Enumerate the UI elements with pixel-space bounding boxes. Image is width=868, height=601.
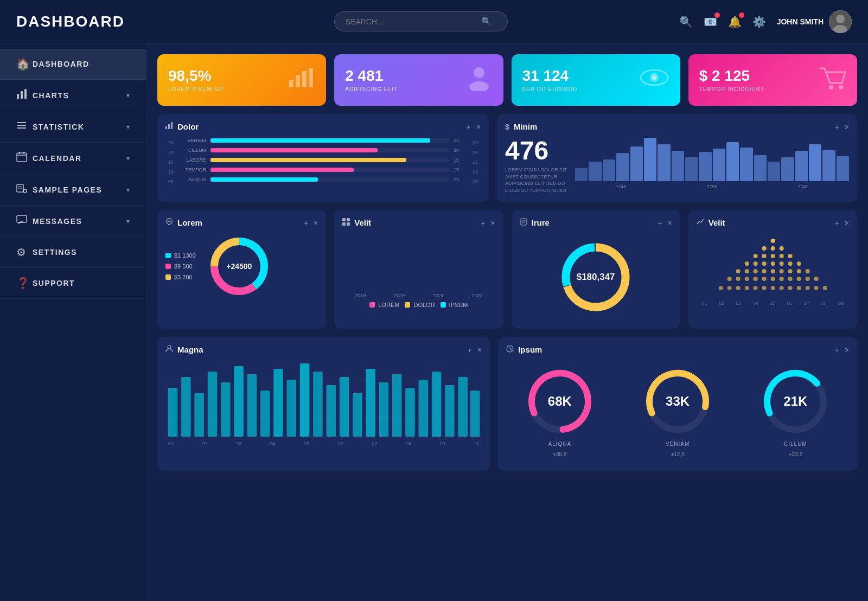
header-search: 🔍 — [163, 11, 679, 31]
support-icon: ❓ — [16, 277, 33, 290]
dollar-icon: $ — [505, 123, 509, 131]
svg-rect-111 — [260, 391, 270, 437]
add-button-irure[interactable]: + — [658, 219, 662, 227]
sidebar-item-support[interactable]: ❓ Support — [0, 268, 146, 299]
sidebar-label-calendar: Calendar — [33, 154, 126, 163]
top-charts-row: Dolor + × 2520151005 VENIAM — [157, 114, 857, 202]
close-button-ipsum[interactable]: × — [845, 346, 849, 354]
svg-point-76 — [736, 277, 740, 281]
add-button-dolor[interactable]: + — [467, 123, 471, 131]
sidebar-label-messages: Messages — [33, 217, 126, 226]
lorem-chart-actions: + × — [304, 219, 318, 227]
sidebar-item-dashboard[interactable]: 🏠 Dashboard — [0, 49, 146, 80]
close-button-magna[interactable]: × — [477, 346, 482, 354]
svg-point-26 — [652, 75, 656, 80]
svg-point-84 — [805, 277, 809, 281]
close-button-lorem[interactable]: × — [314, 219, 318, 227]
chat-icon — [165, 218, 173, 227]
sidebar-item-sample-pages[interactable]: Sample Pages ▾ — [0, 174, 146, 206]
add-button-velit-dot[interactable]: + — [835, 219, 839, 227]
svg-point-34 — [169, 221, 170, 222]
user-info[interactable]: JOHN SMITH — [777, 10, 852, 33]
svg-point-93 — [779, 286, 783, 290]
svg-point-89 — [744, 286, 749, 290]
svg-rect-110 — [247, 374, 257, 437]
add-button-lorem[interactable]: + — [304, 219, 308, 227]
bottom-charts-row: Magna + × — [157, 337, 857, 471]
svg-point-77 — [744, 277, 749, 281]
stat-card-views: 31 124 SED DO EIUSMOD — [512, 54, 680, 106]
velit-bar-chart-actions: + × — [481, 219, 495, 227]
home-icon: 🏠 — [16, 57, 33, 71]
search-box[interactable]: 🔍 — [334, 11, 508, 31]
svg-point-60 — [753, 261, 757, 266]
magna-chart-card: Magna + × — [157, 337, 490, 471]
sidebar-label-dashboard: Dashboard — [33, 60, 130, 68]
gauge-change-veniam: +12,5 — [671, 451, 684, 457]
svg-point-57 — [779, 254, 783, 258]
svg-point-87 — [727, 286, 731, 290]
sidebar-item-calendar[interactable]: Calendar ▾ — [0, 143, 146, 174]
logo: DASHBOARD — [16, 13, 163, 30]
svg-point-35 — [170, 221, 171, 222]
svg-point-56 — [770, 254, 775, 258]
svg-point-73 — [796, 269, 801, 273]
svg-point-50 — [770, 239, 775, 243]
lorem-donut-svg: +24500 — [207, 234, 272, 299]
svg-point-66 — [736, 269, 740, 273]
svg-point-22 — [474, 67, 484, 78]
mail-icon[interactable]: 📧 — [704, 15, 717, 28]
svg-point-80 — [770, 277, 775, 281]
search-icon[interactable]: 🔍 — [481, 16, 492, 27]
sidebar: 🏠 Dashboard Charts ▾ Stat — [0, 43, 146, 601]
velit-bar-title: Velit — [342, 218, 371, 227]
search-input[interactable] — [346, 17, 481, 26]
sidebar-label-settings: Settings — [33, 248, 130, 257]
svg-rect-41 — [342, 222, 346, 226]
gauge-veniam: 33K VENIAM +12,5 — [642, 366, 713, 457]
close-button-velit[interactable]: × — [490, 219, 495, 227]
stat-icon-user — [465, 64, 493, 96]
svg-point-27 — [829, 85, 833, 89]
add-button-ipsum[interactable]: + — [835, 346, 839, 354]
irure-center-value: $180,347 — [577, 272, 615, 283]
sidebar-item-charts[interactable]: Charts ▾ — [0, 80, 146, 111]
close-button-dolor[interactable]: × — [476, 123, 481, 131]
add-button-magna[interactable]: + — [468, 346, 472, 354]
svg-rect-127 — [470, 391, 480, 437]
minim-wave-bars — [575, 138, 849, 181]
svg-point-75 — [727, 277, 731, 281]
stat-value-3: 31 124 — [522, 68, 578, 84]
sidebar-item-messages[interactable]: Messages ▾ — [0, 206, 146, 237]
svg-rect-125 — [445, 385, 454, 437]
add-button-minim[interactable]: + — [835, 123, 839, 131]
svg-rect-113 — [287, 380, 296, 437]
svg-rect-120 — [379, 382, 388, 437]
sidebar-item-statistick[interactable]: Statistick ▾ — [0, 111, 146, 143]
sidebar-item-settings[interactable]: ⚙ Settings — [0, 237, 146, 268]
close-button-minim[interactable]: × — [845, 123, 849, 131]
close-button-irure[interactable]: × — [668, 219, 672, 227]
settings-icon[interactable]: ⚙️ — [752, 15, 766, 28]
gauge-label-aliqua: ALIQUA — [548, 441, 571, 447]
svg-point-14 — [23, 189, 27, 193]
gauge-change-cillum: +23,2 — [789, 451, 802, 457]
svg-rect-114 — [300, 363, 309, 437]
bell-icon[interactable]: 🔔 — [728, 15, 742, 28]
add-button-velit[interactable]: + — [481, 219, 485, 227]
svg-point-51 — [762, 246, 766, 251]
sidebar-label-statistick: Statistick — [33, 123, 126, 131]
svg-rect-29 — [165, 126, 167, 129]
svg-point-74 — [805, 269, 809, 273]
search-icon-header[interactable]: 🔍 — [679, 15, 693, 28]
close-button-velit-dot[interactable]: × — [845, 219, 849, 227]
chevron-down-icon-2: ▾ — [126, 123, 130, 131]
bell-badge — [739, 12, 744, 18]
svg-rect-118 — [353, 393, 362, 437]
svg-point-69 — [762, 269, 766, 273]
svg-point-94 — [788, 286, 792, 290]
dolor-chart-title: Dolor — [165, 122, 199, 131]
svg-point-79 — [762, 277, 766, 281]
svg-rect-21 — [309, 68, 313, 87]
stat-label-4: TEMPOR INCIDIDUNT — [699, 86, 764, 92]
